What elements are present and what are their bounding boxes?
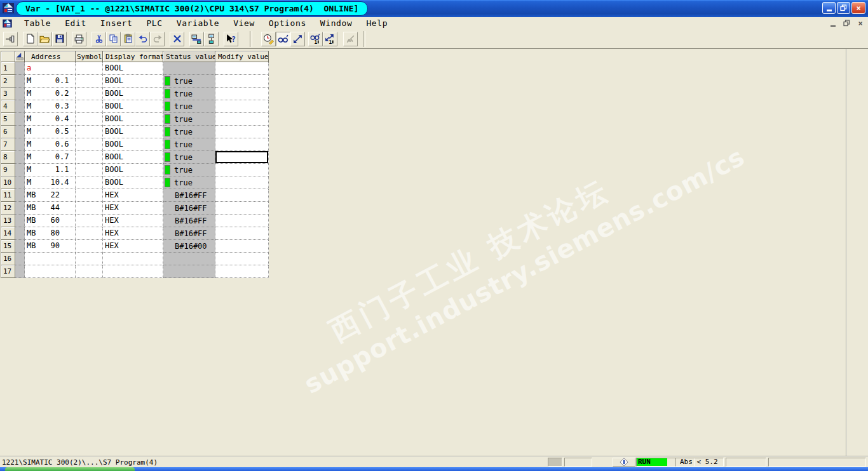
new-button[interactable]: [23, 32, 37, 46]
modify-value-cell[interactable]: [215, 100, 269, 113]
row-marker-cell[interactable]: [15, 164, 25, 176]
monitor-trigger-button[interactable]: [261, 32, 276, 46]
deactivate-modify-button[interactable]: [343, 32, 358, 46]
mdi-restore-button[interactable]: [842, 19, 851, 28]
symbol-cell[interactable]: [76, 240, 103, 253]
format-cell[interactable]: BOOL: [103, 113, 163, 126]
address-cell[interactable]: MB44: [25, 202, 76, 215]
row-number-cell[interactable]: 14: [1, 227, 15, 240]
modify-once-button[interactable]: 1: [323, 32, 337, 46]
monitor-variables-button[interactable]: [276, 32, 290, 46]
symbol-cell[interactable]: [76, 164, 103, 176]
row-marker-cell[interactable]: [15, 62, 25, 75]
status-value-cell[interactable]: true: [163, 126, 215, 138]
symbol-cell[interactable]: [76, 151, 103, 164]
symbol-cell[interactable]: [76, 62, 103, 75]
address-cell[interactable]: M0.2: [25, 88, 76, 100]
monitor-once-button[interactable]: 1: [308, 32, 323, 46]
format-cell[interactable]: BOOL: [103, 151, 163, 164]
row-marker-cell[interactable]: [15, 176, 25, 189]
status-value-cell[interactable]: [163, 62, 215, 75]
address-cell[interactable]: M10.4: [25, 176, 76, 189]
symbol-cell[interactable]: [76, 100, 103, 113]
modify-value-cell-selected[interactable]: [215, 151, 269, 164]
format-cell[interactable]: HEX: [103, 215, 163, 227]
modify-value-cell[interactable]: [215, 240, 269, 253]
status-value-cell[interactable]: true: [163, 75, 215, 88]
format-cell[interactable]: HEX: [103, 202, 163, 215]
status-value-cell[interactable]: B#16#FF: [163, 215, 215, 227]
corner-header-cell[interactable]: [1, 51, 15, 62]
status-value-cell[interactable]: B#16#FF: [163, 202, 215, 215]
format-cell[interactable]: [103, 265, 163, 278]
format-cell[interactable]: BOOL: [103, 164, 163, 176]
status-value-cell[interactable]: true: [163, 113, 215, 126]
header-address[interactable]: Address: [25, 51, 76, 62]
row-marker-cell[interactable]: [15, 253, 25, 265]
row-number-cell[interactable]: 8: [1, 151, 15, 164]
format-cell[interactable]: BOOL: [103, 126, 163, 138]
header-display-format[interactable]: Display format: [103, 51, 163, 62]
menu-item-insert[interactable]: Insert: [93, 17, 140, 29]
header-symbol[interactable]: Symbol: [76, 51, 103, 62]
format-cell[interactable]: BOOL: [103, 88, 163, 100]
row-marker-cell[interactable]: [15, 202, 25, 215]
paste-button[interactable]: [121, 32, 135, 46]
address-cell[interactable]: [25, 265, 76, 278]
plc-connection-button[interactable]: [204, 32, 219, 46]
row-marker-cell[interactable]: [15, 189, 25, 202]
print-button[interactable]: [72, 32, 86, 46]
save-button[interactable]: [52, 32, 67, 46]
undo-button[interactable]: [135, 32, 150, 46]
modify-value-cell[interactable]: [215, 113, 269, 126]
row-marker-cell[interactable]: [15, 100, 25, 113]
redo-button[interactable]: [150, 32, 165, 46]
mdi-minimize-button[interactable]: [828, 19, 837, 28]
modify-value-cell[interactable]: [215, 62, 269, 75]
symbol-cell[interactable]: [76, 215, 103, 227]
row-number-cell[interactable]: 15: [1, 240, 15, 253]
address-cell[interactable]: M0.1: [25, 75, 76, 88]
cut-button[interactable]: [92, 32, 106, 46]
menu-item-edit[interactable]: Edit: [58, 17, 93, 29]
format-cell[interactable]: HEX: [103, 227, 163, 240]
marker-header-cell[interactable]: [15, 51, 25, 62]
menu-item-options[interactable]: Options: [262, 17, 313, 29]
address-cell[interactable]: [25, 253, 76, 265]
menu-item-window[interactable]: Window: [313, 17, 360, 29]
online-connection-button[interactable]: [613, 458, 635, 467]
start-button[interactable]: [5, 467, 135, 471]
modify-value-cell[interactable]: [215, 253, 269, 265]
symbol-cell[interactable]: [76, 176, 103, 189]
symbol-cell[interactable]: [76, 227, 103, 240]
row-number-cell[interactable]: 6: [1, 126, 15, 138]
status-value-cell[interactable]: [163, 253, 215, 265]
row-number-cell[interactable]: 1: [1, 62, 15, 75]
format-cell[interactable]: BOOL: [103, 75, 163, 88]
symbol-cell[interactable]: [76, 265, 103, 278]
row-marker-cell[interactable]: [15, 113, 25, 126]
format-cell[interactable]: BOOL: [103, 62, 163, 75]
status-value-cell[interactable]: B#16#00: [163, 240, 215, 253]
row-marker-cell[interactable]: [15, 138, 25, 151]
row-number-cell[interactable]: 9: [1, 164, 15, 176]
address-cell[interactable]: M0.7: [25, 151, 76, 164]
modify-value-cell[interactable]: [215, 88, 269, 100]
status-value-cell[interactable]: true: [163, 176, 215, 189]
symbol-cell[interactable]: [76, 202, 103, 215]
open-button[interactable]: [37, 32, 52, 46]
address-cell[interactable]: M0.3: [25, 100, 76, 113]
address-cell[interactable]: a: [25, 62, 76, 75]
menu-item-table[interactable]: Table: [17, 17, 58, 29]
symbol-cell[interactable]: [76, 113, 103, 126]
row-number-cell[interactable]: 16: [1, 253, 15, 265]
row-number-cell[interactable]: 4: [1, 100, 15, 113]
format-cell[interactable]: HEX: [103, 240, 163, 253]
status-value-cell[interactable]: true: [163, 164, 215, 176]
row-number-cell[interactable]: 3: [1, 88, 15, 100]
modify-value-cell[interactable]: [215, 75, 269, 88]
row-marker-cell[interactable]: [15, 215, 25, 227]
address-cell[interactable]: MB80: [25, 227, 76, 240]
format-cell[interactable]: BOOL: [103, 138, 163, 151]
modify-value-cell[interactable]: [215, 215, 269, 227]
